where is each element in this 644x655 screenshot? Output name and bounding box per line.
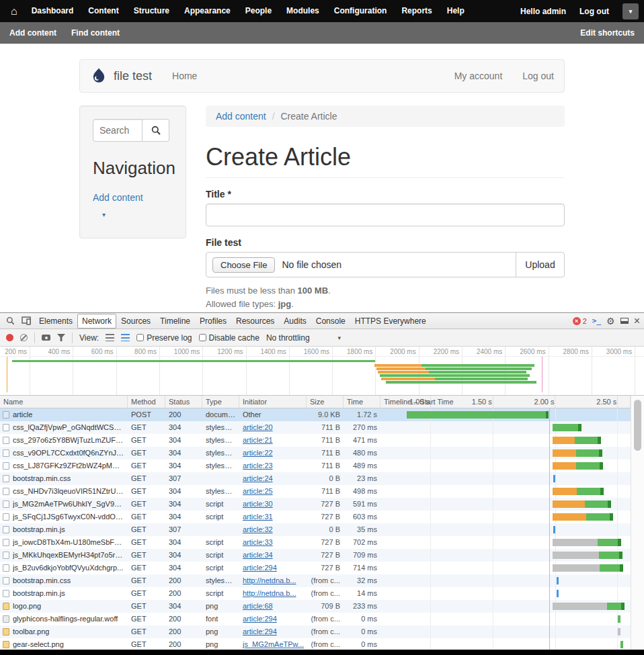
disable-cache-input[interactable] xyxy=(199,334,206,341)
admin-menu-modules[interactable]: Modules xyxy=(279,0,327,22)
network-request-row[interactable]: bootstrap.min.cssGET200stylesheethttp://… xyxy=(0,574,631,587)
admin-menu-structure[interactable]: Structure xyxy=(126,0,177,22)
request-initiator-link[interactable]: article:34 xyxy=(243,549,303,562)
site-nav-my-account[interactable]: My account xyxy=(444,71,513,81)
column-header-size[interactable]: Size xyxy=(307,396,344,408)
tab-profiles[interactable]: Profiles xyxy=(195,314,231,328)
throttling-select[interactable]: No throttling ▾ xyxy=(266,333,341,343)
admin-logout-link[interactable]: Log out xyxy=(579,7,609,16)
site-nav-log-out[interactable]: Log out xyxy=(512,71,564,81)
tab-console[interactable]: Console xyxy=(311,314,350,328)
timeline-view-button[interactable] xyxy=(121,334,130,341)
nav-home-link[interactable]: Home xyxy=(162,71,207,81)
filter-icon[interactable] xyxy=(57,334,65,341)
console-drawer-button[interactable]: >_ xyxy=(592,316,601,325)
tab-resources[interactable]: Resources xyxy=(231,314,279,328)
request-initiator-link[interactable]: article:23 xyxy=(243,460,303,472)
site-brand[interactable]: file test xyxy=(80,67,162,85)
tab-elements[interactable]: Elements xyxy=(34,314,77,328)
request-initiator-link[interactable]: article:30 xyxy=(243,498,303,511)
clear-button[interactable] xyxy=(20,334,28,341)
column-header-status[interactable]: Status xyxy=(165,396,202,408)
network-request-row[interactable]: js_MKkUhqexBEMyrH34pt7o5rP...GET304scrip… xyxy=(0,549,631,562)
dock-side-button[interactable] xyxy=(620,318,629,324)
request-initiator-link[interactable]: article:31 xyxy=(243,511,303,523)
tab-https-everywhere[interactable]: HTTPS Everywhere xyxy=(350,314,431,328)
preserve-log-input[interactable] xyxy=(136,334,144,341)
record-button[interactable] xyxy=(6,334,13,341)
admin-menu-configuration[interactable]: Configuration xyxy=(327,0,395,22)
network-request-row[interactable]: logo.pngGET304pngarticle:68709 B233 ms xyxy=(0,600,631,613)
disable-cache-checkbox[interactable]: Disable cache xyxy=(199,333,259,343)
admin-menu-content[interactable]: Content xyxy=(81,0,126,22)
network-request-row[interactable]: js_B2uv6dkjoYobfQVyuXdchgrp...GET304scri… xyxy=(0,562,631,574)
device-mode-button[interactable] xyxy=(18,313,34,329)
network-request-row[interactable]: glyphicons-halflings-regular.woffGET200f… xyxy=(0,613,631,625)
title-input[interactable] xyxy=(206,204,565,226)
home-icon[interactable]: ⌂ xyxy=(4,5,24,17)
shortcut-add-content[interactable]: Add content xyxy=(9,28,56,38)
sidebar-add-content-link[interactable]: Add content xyxy=(93,192,173,203)
admin-menu-reports[interactable]: Reports xyxy=(394,0,439,22)
request-initiator-link[interactable]: article:25 xyxy=(243,485,303,498)
tab-timeline[interactable]: Timeline xyxy=(155,314,195,328)
tab-sources[interactable]: Sources xyxy=(116,314,155,328)
choose-file-button[interactable]: Choose File xyxy=(212,257,275,273)
admin-menu-help[interactable]: Help xyxy=(440,0,472,22)
vertical-scrollbar[interactable] xyxy=(631,396,644,650)
column-header-name[interactable]: Name xyxy=(0,396,128,408)
file-input[interactable]: Choose File No file chosen xyxy=(206,252,516,277)
request-initiator-link[interactable]: article:32 xyxy=(243,523,303,536)
request-initiator-link[interactable]: article:33 xyxy=(243,536,303,549)
admin-menu-dashboard[interactable]: Dashboard xyxy=(24,0,81,22)
list-view-button[interactable] xyxy=(106,334,114,341)
network-request-row[interactable]: toolbar.pngGET200pngarticle:294(from c..… xyxy=(0,625,631,638)
close-icon[interactable]: × xyxy=(634,316,640,326)
network-request-row[interactable]: bootstrap.min.jsGET200scripthttp://netdn… xyxy=(0,587,631,600)
upload-button[interactable]: Upload xyxy=(516,252,565,277)
request-initiator-link[interactable]: article:22 xyxy=(243,447,303,460)
request-initiator-link[interactable]: article:68 xyxy=(243,600,303,613)
edit-shortcuts-link[interactable]: Edit shortcuts xyxy=(580,28,635,38)
admin-menu-people[interactable]: People xyxy=(238,0,279,22)
column-header-timeline[interactable]: Timeline – Start Time 1.00 s1.50 s2.00 s… xyxy=(380,396,631,408)
network-request-row[interactable]: bootstrap.min.cssGET307article:240 B23 m… xyxy=(0,472,631,485)
search-button[interactable] xyxy=(143,119,169,142)
network-request-row[interactable]: js_SFqCj1JSg6TwyxC0N-vddOfJ...GET304scri… xyxy=(0,511,631,523)
request-initiator-link[interactable]: article:21 xyxy=(243,434,303,447)
network-request-row[interactable]: css_NHDv7i3lqeuoVIR51NZtrUm...GET304styl… xyxy=(0,485,631,498)
request-initiator-link[interactable]: article:294 xyxy=(243,613,303,625)
request-initiator-link[interactable]: article:20 xyxy=(243,421,303,434)
network-request-row[interactable]: css_LJ87GFKz9ZFt2bWZ4pMV8e...GET304style… xyxy=(0,460,631,472)
network-overview[interactable]: 200 ms400 ms600 ms800 ms1000 ms1200 ms14… xyxy=(0,347,644,396)
network-request-row[interactable]: gear-select.pngGET200pngjs_MG2mAeTPw...(… xyxy=(0,638,631,650)
request-initiator-link[interactable]: http://netdna.b... xyxy=(243,574,303,587)
network-request-row[interactable]: bootstrap.min.jsGET307article:320 B35 ms xyxy=(0,523,631,536)
error-badge[interactable]: × 2 xyxy=(573,317,587,325)
column-header-method[interactable]: Method xyxy=(128,396,165,408)
tab-audits[interactable]: Audits xyxy=(279,314,311,328)
request-initiator-link[interactable]: article:24 xyxy=(243,472,303,485)
column-header-initiator[interactable]: Initiator xyxy=(239,396,307,408)
sidebar-caret-toggle[interactable]: ▾ xyxy=(93,211,173,218)
request-initiator-link[interactable]: js_MG2mAeTPw... xyxy=(243,638,303,650)
request-initiator-link[interactable]: article:294 xyxy=(243,625,303,638)
scrollbar-thumb[interactable] xyxy=(634,400,641,451)
shortcut-find-content[interactable]: Find content xyxy=(71,28,120,38)
column-header-type[interactable]: Type xyxy=(202,396,239,408)
gear-icon[interactable]: ⚙ xyxy=(606,316,615,326)
inspect-element-button[interactable] xyxy=(2,313,18,329)
request-initiator-link[interactable]: article:294 xyxy=(243,562,303,574)
toolbar-toggle-button[interactable]: ▾ xyxy=(622,3,639,19)
network-request-row[interactable]: js_iowcD8TbX4m-U180meSbF2...GET304script… xyxy=(0,536,631,549)
filmstrip-camera-button[interactable] xyxy=(42,335,50,341)
search-input[interactable] xyxy=(93,119,143,142)
column-header-time[interactable]: Time xyxy=(344,396,380,408)
network-request-row[interactable]: articlePOST200documentOther9.0 KB1.72 s xyxy=(0,408,631,421)
network-request-row[interactable]: css_lQaZfjVpwP_oGNqdtWCSpJT...GET304styl… xyxy=(0,421,631,434)
network-request-row[interactable]: js_MG2mAeTPw6UhklY_SgV9St7...GET304scrip… xyxy=(0,498,631,511)
admin-menu-appearance[interactable]: Appearance xyxy=(177,0,238,22)
tab-network[interactable]: Network xyxy=(77,314,116,329)
network-request-row[interactable]: css_v9OPL7CCxdxt0fQ6nZYnJZl...GET304styl… xyxy=(0,447,631,460)
request-initiator-link[interactable]: http://netdna.b... xyxy=(243,587,303,600)
